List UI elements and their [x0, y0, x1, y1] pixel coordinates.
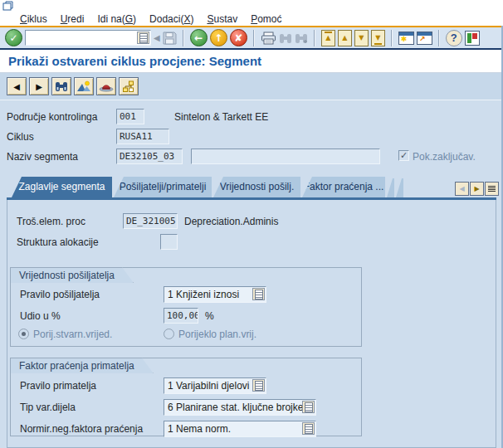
toolbar-separator — [253, 30, 255, 46]
find-segment-button[interactable] — [51, 77, 71, 95]
list-sheet-icon — [305, 402, 313, 412]
segment-description-field[interactable] — [191, 149, 380, 164]
overview-button[interactable] — [74, 77, 94, 95]
share-percent-unit: % — [205, 310, 214, 322]
command-dropdown-button[interactable] — [137, 32, 149, 44]
controlling-area-label: Područje kontrolinga — [7, 111, 97, 123]
menu-idi-na[interactable]: Idi na(G) — [90, 13, 143, 25]
bar — [374, 43, 382, 45]
next-page-button[interactable]: ▼ — [354, 30, 369, 46]
lock-indicator-checkbox: ✓ — [398, 150, 409, 161]
customize-layout-button[interactable] — [465, 31, 480, 46]
tab-list-button[interactable] — [485, 182, 499, 196]
share-percent-field[interactable]: 100,00 — [164, 308, 198, 324]
last-page-button[interactable]: ▼ — [371, 30, 385, 46]
list-sheet-icon — [139, 33, 148, 43]
command-field-input[interactable] — [25, 30, 151, 46]
menu-sustav[interactable]: Sustav — [200, 13, 244, 25]
dropdown-button[interactable] — [252, 379, 265, 392]
window-top-strip — [0, 0, 503, 12]
toolbar-separator — [183, 30, 184, 46]
neg-tracing-normalization-value: 1 Nema norm. — [168, 423, 231, 435]
receiver-rule-value: 1 Varijabilni djelovi — [168, 380, 250, 392]
page-up-icon: ▲ — [342, 34, 347, 41]
menu-ciklus[interactable]: Ciklus — [13, 13, 54, 25]
page-down-icon: ▼ — [375, 34, 380, 41]
variable-portion-type-dropdown[interactable]: 6 Planirane stat. ključne brojke — [164, 399, 316, 416]
actual-value-origin-label: Porij.stvarn.vrijed. — [33, 329, 112, 340]
list-sheet-icon — [305, 424, 313, 434]
left-triangle-icon: ◀ — [13, 82, 20, 91]
save-icon[interactable] — [163, 32, 177, 45]
next-segment-button[interactable]: ▶ — [29, 77, 49, 95]
neg-tracing-normalization-label: Normir.neg.faktora praćenja — [20, 423, 143, 435]
new-session-button[interactable]: ✱ — [398, 32, 414, 45]
previous-page-button[interactable]: ▲ — [338, 30, 352, 46]
radio-dot — [22, 332, 26, 336]
page-title: Prikaži ostvareni ciklus procjene: Segme… — [8, 54, 261, 68]
menu-uredi[interactable]: Uredi — [54, 13, 91, 25]
neg-tracing-normalization-dropdown[interactable]: 1 Nema norm. — [164, 421, 316, 437]
cycle-overview-button[interactable] — [119, 77, 139, 95]
dropdown-button[interactable] — [252, 288, 265, 300]
green-bar — [467, 33, 471, 43]
tab-scroll-left-button[interactable]: ◀ — [455, 182, 469, 196]
right-triangle-icon: ▶ — [36, 82, 42, 91]
tab-zaglavlje-segmenta[interactable]: Zaglavlje segmenta — [12, 177, 112, 197]
question-mark-icon: ? — [451, 32, 457, 44]
hierarchy-icon — [122, 80, 135, 92]
first-page-button[interactable]: ▲ — [321, 30, 335, 46]
cost-element-label: Troš.elem. proc — [17, 216, 85, 227]
red-bar — [472, 33, 477, 39]
list-sheet-icon — [255, 290, 263, 299]
dropdown-button[interactable] — [302, 422, 315, 435]
dropdown-button[interactable] — [302, 401, 315, 413]
tab-scroll-right-button[interactable]: ▶ — [470, 182, 484, 196]
administrator-data-button[interactable] — [96, 77, 116, 95]
variable-portion-type-value: 6 Planirane stat. ključne brojke — [168, 402, 303, 413]
menu-dodaci[interactable]: Dodaci(X) — [143, 13, 200, 25]
back-button[interactable]: ← — [190, 29, 208, 46]
check-icon: ✓ — [9, 33, 17, 43]
lock-indicator-label: Pok.zaključav. — [413, 151, 476, 163]
hide-command-field-button[interactable]: ◀ — [154, 33, 160, 42]
find-icon[interactable] — [279, 32, 292, 44]
cost-element-field[interactable]: DE_321005 — [123, 213, 178, 229]
sender-rule-dropdown[interactable]: 1 Knjiženi iznosi — [164, 286, 266, 303]
sap-window: Ciklus Uredi Idi na(G) Dodaci(X) Sustav … — [0, 0, 503, 448]
screen-title-bar: Prikaži ostvareni ciklus procjene: Segme… — [0, 50, 503, 73]
bar — [325, 32, 332, 33]
cost-element-description: Depreciation.Adminis — [184, 216, 278, 227]
previous-segment-button[interactable]: ◀ — [7, 77, 27, 95]
tab-vrijednosti-posilj[interactable]: Vrijednosti pošilj. — [213, 177, 300, 197]
menu-bar: Ciklus Uredi Idi na(G) Dodaci(X) Sustav … — [0, 12, 503, 26]
cancel-button[interactable]: ✘ — [230, 29, 247, 46]
help-button[interactable]: ? — [446, 30, 462, 46]
find-next-icon[interactable] — [295, 32, 308, 44]
system-menu-icon[interactable] — [2, 1, 13, 11]
cycle-field[interactable]: RUSA11 — [116, 129, 169, 144]
sender-rule-value: 1 Knjiženi iznosi — [168, 289, 239, 300]
new-session-star-icon: ✱ — [401, 36, 408, 43]
receiver-tracing-group-title: Faktor praćenja primatelja — [10, 358, 154, 373]
standard-toolbar: ✓ ◀ ← ↑ ✘ — [0, 27, 503, 50]
tab-posiljatelji-primatelji[interactable]: Pošiljatelji/primatelji — [114, 177, 212, 197]
controlling-area-description: Sintelon & Tarkett EE — [174, 111, 268, 123]
binoculars-icon — [55, 80, 68, 92]
red-hat-icon — [99, 80, 114, 92]
page-down-icon: ▼ — [359, 34, 364, 41]
tab-faktor-pracenja[interactable]: Faktor praćenja ... — [302, 177, 385, 197]
print-icon[interactable] — [261, 32, 276, 45]
menu-pomoc[interactable]: Pomoć — [244, 13, 288, 25]
sender-values-group-title: Vrijednosti pošiljatelja — [10, 267, 134, 283]
application-toolbar: ◀ ▶ — [0, 73, 503, 100]
receiver-rule-dropdown[interactable]: 1 Varijabilni djelovi — [164, 377, 266, 394]
segment-name-field[interactable]: DE32105_03 — [116, 149, 183, 164]
create-shortcut-button[interactable]: ↗ — [417, 32, 432, 45]
allocation-structure-field[interactable] — [160, 234, 178, 250]
page-up-icon: ▲ — [325, 34, 330, 41]
toolbar-separator — [391, 30, 393, 46]
enter-button[interactable]: ✓ — [5, 29, 22, 46]
exit-button[interactable]: ↑ — [210, 29, 227, 46]
controlling-area-field[interactable]: 001 — [116, 109, 144, 124]
